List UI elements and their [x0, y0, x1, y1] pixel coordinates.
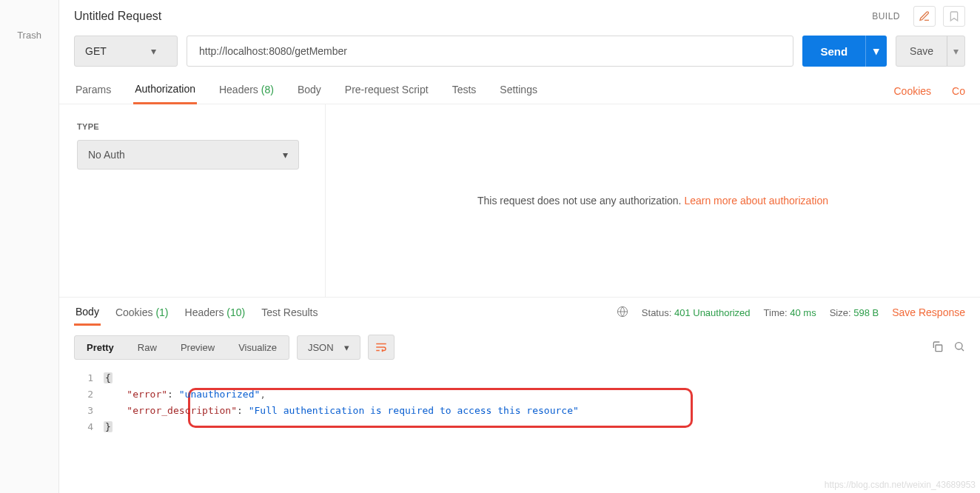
json-value: "unauthorized": [179, 389, 261, 400]
seg-preview[interactable]: Preview: [169, 336, 226, 359]
svg-rect-1: [936, 345, 942, 352]
status-value: 401 Unauthorized: [674, 307, 751, 318]
resp-tab-cookies-count: (1): [155, 306, 168, 318]
comment-icon-button[interactable]: [913, 6, 936, 27]
tab-authorization[interactable]: Authorization: [133, 78, 197, 104]
chevron-down-icon: ▾: [283, 149, 288, 161]
json-key: "error": [127, 389, 167, 400]
resp-tab-headers-count: (10): [226, 306, 245, 318]
auth-type-value: No Auth: [88, 149, 125, 161]
response-tabs: Body Cookies (1) Headers (10) Test Resul…: [59, 298, 980, 327]
code-line-1: 1 {: [74, 370, 965, 386]
save-response-link[interactable]: Save Response: [892, 306, 965, 318]
tab-prerequest[interactable]: Pre-request Script: [343, 79, 430, 103]
build-label: BUILD: [872, 11, 900, 21]
tab-body[interactable]: Body: [296, 79, 323, 103]
tab-settings[interactable]: Settings: [498, 79, 539, 103]
copy-icon[interactable]: [931, 341, 943, 355]
chevron-down-icon: ▾: [344, 342, 349, 353]
resp-tab-headers-label: Headers: [185, 306, 224, 318]
send-label: Send: [802, 45, 865, 58]
resp-tab-cookies[interactable]: Cookies (1): [114, 301, 170, 324]
chevron-down-icon: ▾: [151, 45, 156, 57]
seg-raw[interactable]: Raw: [126, 336, 169, 359]
status-meta: Status: 401 Unauthorized: [642, 307, 751, 318]
send-dropdown[interactable]: ▾: [865, 36, 887, 67]
cookies-link[interactable]: Cookies: [894, 85, 932, 97]
status-label: Status:: [642, 307, 671, 318]
save-dropdown[interactable]: ▾: [947, 36, 964, 66]
search-icon[interactable]: [953, 341, 965, 355]
tab-tests[interactable]: Tests: [451, 79, 478, 103]
json-key: "error_description": [127, 405, 237, 416]
tab-headers-count: (8): [261, 84, 274, 95]
send-button[interactable]: Send ▾: [802, 36, 887, 67]
request-tabs: Params Authorization Headers (8) Body Pr…: [59, 74, 980, 104]
view-mode-group: Pretty Raw Preview Visualize: [74, 335, 289, 360]
line-number: 2: [74, 386, 93, 403]
response-body-code: 1 { 2 "error": "unauthorized", 3 "error_…: [59, 367, 980, 450]
save-label: Save: [896, 45, 947, 57]
size-label: Size:: [830, 307, 851, 318]
language-select[interactable]: JSON ▾: [297, 335, 360, 360]
tab-headers[interactable]: Headers (8): [218, 79, 275, 103]
code-line-3: 3 "error_description": "Full authenticat…: [74, 403, 965, 419]
line-number: 3: [74, 403, 93, 419]
resp-tab-headers[interactable]: Headers (10): [184, 301, 247, 324]
code-line-2: 2 "error": "unauthorized",: [74, 386, 965, 403]
size-value: 598 B: [853, 307, 879, 318]
auth-message-text: This request does not use any authorizat…: [477, 195, 684, 207]
request-header: Untitled Request BUILD: [59, 0, 980, 31]
format-row: Pretty Raw Preview Visualize JSON ▾: [59, 327, 980, 367]
globe-icon[interactable]: [617, 306, 628, 320]
tab-headers-label: Headers: [219, 84, 258, 95]
brace-close: }: [104, 421, 113, 432]
brace-open: {: [104, 372, 113, 383]
resp-tab-body[interactable]: Body: [74, 300, 101, 326]
resp-tab-tests[interactable]: Test Results: [260, 301, 319, 324]
tab-params[interactable]: Params: [74, 79, 113, 103]
pencil-icon: [919, 10, 930, 22]
auth-type-select[interactable]: No Auth ▾: [77, 140, 299, 170]
response-right-icons: [931, 341, 965, 355]
url-input[interactable]: [187, 36, 793, 67]
wrap-icon: [375, 341, 388, 354]
resp-tab-cookies-label: Cookies: [115, 306, 153, 318]
code-line-4: 4 }: [74, 419, 965, 435]
save-button[interactable]: Save ▾: [896, 36, 965, 67]
auth-area: TYPE No Auth ▾ This request does not use…: [59, 104, 980, 298]
auth-learn-more-link[interactable]: Learn more about authorization: [684, 195, 828, 207]
line-number: 4: [74, 419, 93, 435]
language-value: JSON: [308, 342, 334, 353]
svg-point-2: [956, 342, 962, 349]
line-number: 1: [74, 370, 93, 386]
auth-message: This request does not use any authorizat…: [326, 104, 980, 297]
method-value: GET: [85, 45, 107, 57]
method-select[interactable]: GET ▾: [74, 36, 178, 67]
more-icon-button[interactable]: [943, 6, 965, 27]
sidebar: Trash: [0, 0, 59, 493]
time-value: 40 ms: [790, 307, 816, 318]
code-link[interactable]: Co: [952, 85, 965, 97]
url-bar: GET ▾ Send ▾ Save ▾: [59, 31, 980, 74]
time-label: Time:: [764, 307, 788, 318]
time-meta: Time: 40 ms: [764, 307, 816, 318]
request-title: Untitled Request: [74, 10, 865, 23]
main-panel: Untitled Request BUILD GET ▾ Send ▾ Save…: [59, 0, 980, 493]
size-meta: Size: 598 B: [830, 307, 879, 318]
json-value: "Full authentication is required to acce…: [249, 405, 579, 416]
seg-pretty[interactable]: Pretty: [75, 336, 126, 359]
seg-visualize[interactable]: Visualize: [226, 336, 289, 359]
auth-type-panel: TYPE No Auth ▾: [59, 104, 326, 297]
trash-label[interactable]: Trash: [0, 30, 58, 41]
wrap-toggle[interactable]: [368, 335, 395, 360]
bookmark-icon: [948, 10, 960, 22]
auth-type-label: TYPE: [77, 122, 307, 131]
